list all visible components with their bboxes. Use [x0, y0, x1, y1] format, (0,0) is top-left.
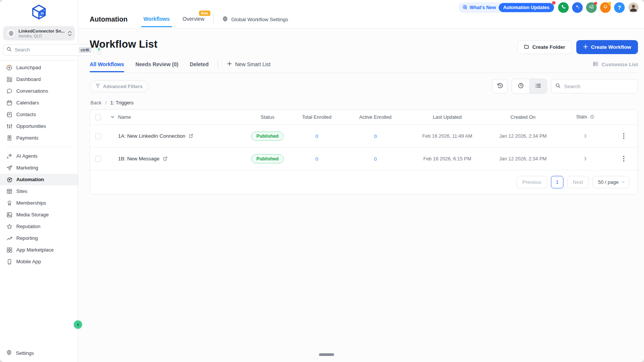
recent-view-toggle[interactable]	[512, 79, 529, 93]
search-icon	[555, 83, 561, 90]
create-folder-button[interactable]: Create Folder	[517, 40, 572, 54]
ai-sparkles-button[interactable]	[572, 2, 583, 13]
global-workflow-settings-link[interactable]: Global Workflow Settings	[222, 16, 288, 23]
automation-updates-button[interactable]: Automation Updates	[499, 3, 554, 12]
row-menu-button[interactable]	[619, 131, 628, 141]
grid-icon	[6, 247, 12, 253]
notification-red-dot	[552, 1, 555, 5]
expand-all-chevron[interactable]	[107, 115, 118, 119]
breadcrumb: Back / 1: Triggers	[90, 100, 638, 106]
sidebar-item-sites[interactable]: Sites	[0, 185, 78, 197]
funnel-icon	[95, 83, 100, 89]
row-menu-button[interactable]	[619, 154, 628, 164]
history-icon	[497, 82, 503, 90]
whats-new-group[interactable]: What's New Automation Updates	[459, 2, 555, 13]
workflow-name-link[interactable]: 1B: New Message	[118, 156, 160, 162]
list-view-toggle[interactable]	[529, 79, 547, 93]
image-icon	[6, 211, 12, 218]
stats-expand-chevron[interactable]	[561, 134, 610, 138]
page-number-button[interactable]: 1	[551, 176, 563, 188]
sidebar-item-marketing[interactable]: Marketing	[0, 162, 78, 174]
column-header-total-enrolled[interactable]: Total Enrolled	[292, 114, 341, 120]
sidebar-item-contacts[interactable]: Contacts	[0, 109, 78, 120]
sidebar-item-settings[interactable]: Settings	[0, 345, 78, 362]
sidebar-item-opportunities[interactable]: Opportunities	[0, 120, 78, 132]
pagination: Previous 1 Next 50 / page	[90, 170, 638, 194]
column-header-stats[interactable]: Stats	[561, 114, 610, 120]
advanced-filters-button[interactable]: Advanced Filters	[90, 80, 148, 92]
table-search[interactable]	[551, 79, 638, 93]
row-checkbox[interactable]	[95, 156, 101, 162]
create-workflow-button[interactable]: Create Workflow	[576, 40, 638, 54]
sidebar-search-input[interactable]	[14, 47, 76, 53]
sidebar-item-reputation[interactable]: Reputation	[0, 221, 78, 232]
gear-icon	[222, 16, 228, 23]
sidebar-item-reporting[interactable]: Reporting	[0, 232, 78, 244]
sidebar-item-calendars[interactable]: Calendars	[0, 97, 78, 109]
tab-deleted[interactable]: Deleted	[190, 62, 208, 67]
plus-icon	[227, 61, 232, 67]
sidebar-item-automation[interactable]: Automation	[0, 174, 78, 185]
tab-overview[interactable]: Overview Beta	[183, 16, 205, 23]
history-button[interactable]	[492, 79, 508, 93]
column-header-status[interactable]: Status	[243, 114, 292, 120]
sidebar-item-app-marketplace[interactable]: App Marketplace	[0, 244, 78, 256]
browser-globe-icon	[6, 188, 12, 194]
horizontal-scrollbar-thumb[interactable]	[319, 353, 334, 356]
tab-workflows[interactable]: Workflows	[143, 16, 170, 23]
receipt-icon	[6, 135, 12, 141]
sidebar-item-launchpad[interactable]: Launchpad	[0, 62, 78, 73]
sidebar-item-label: Opportunities	[16, 123, 46, 129]
customize-list-button[interactable]: Customize List	[593, 61, 638, 68]
notifications-badge-dot	[608, 2, 611, 5]
total-enrolled-link[interactable]: 0	[315, 134, 318, 139]
active-enrolled-link[interactable]: 0	[374, 134, 376, 139]
sidebar-item-dashboard[interactable]: Dashboard	[0, 73, 78, 85]
sidebar-item-ai-agents[interactable]: AI Agents	[0, 150, 78, 162]
row-checkbox[interactable]	[95, 133, 101, 139]
open-in-new-tab-icon[interactable]	[188, 134, 193, 138]
stats-expand-chevron[interactable]	[561, 156, 610, 161]
main-area: What's New Automation Updates	[78, 0, 644, 362]
sidebar-item-memberships[interactable]: Memberships	[0, 197, 78, 209]
new-smart-list-button[interactable]: New Smart List	[227, 61, 271, 67]
workflow-name-link[interactable]: 1A: New LinkedIn Connection	[118, 133, 185, 139]
tab-all-workflows[interactable]: All Workflows	[90, 62, 124, 67]
content-area: Workflow List Create Folder Create Workf…	[78, 29, 644, 362]
sidebar-item-mobile-app[interactable]: Mobile App	[0, 256, 78, 267]
select-all-checkbox[interactable]	[95, 114, 101, 120]
sidebar-item-conversations[interactable]: Conversations	[0, 85, 78, 97]
account-switcher[interactable]: LinkedConnector Sn... Hendra, QLD	[3, 26, 75, 40]
created-on-value: Jan 12 2026, 2:34 PM	[485, 156, 561, 162]
tab-needs-review[interactable]: Needs Review (0)	[135, 62, 179, 67]
column-header-name[interactable]: Name	[118, 114, 243, 120]
column-header-active-enrolled[interactable]: Active Enrolled	[341, 114, 409, 120]
top-header: What's New Automation Updates	[78, 0, 644, 29]
column-header-created-on[interactable]: Created On	[485, 114, 561, 120]
breadcrumb-back-link[interactable]: Back	[90, 100, 101, 106]
phone-button[interactable]	[558, 2, 569, 13]
page-title: Workflow List	[90, 39, 157, 50]
announcements-button[interactable]	[586, 2, 597, 13]
app-logo[interactable]: in	[0, 0, 78, 25]
column-header-last-updated[interactable]: Last Updated	[409, 114, 485, 120]
table-row[interactable]: 1A: New LinkedIn Connection Published 0 …	[90, 125, 638, 148]
total-enrolled-link[interactable]: 0	[315, 156, 318, 162]
sidebar-item-label: Payments	[16, 135, 39, 141]
calendar-icon	[6, 99, 12, 106]
notifications-button[interactable]	[600, 2, 611, 13]
help-button[interactable]: ?	[614, 2, 625, 13]
previous-page-button[interactable]: Previous	[516, 176, 547, 188]
table-row[interactable]: 1B: New Message Published 0 0 Feb 16 202…	[90, 148, 638, 170]
whats-new-link[interactable]: What's New	[462, 5, 496, 11]
sidebar-item-payments[interactable]: Payments	[0, 132, 78, 144]
next-page-button[interactable]: Next	[567, 176, 589, 188]
user-avatar[interactable]	[628, 2, 639, 13]
sidebar-item-media-storage[interactable]: Media Storage	[0, 209, 78, 221]
table-search-input[interactable]	[563, 83, 634, 90]
page-size-select[interactable]: 50 / page	[593, 176, 629, 188]
sidebar-section-divider	[6, 147, 72, 147]
sidebar-collapse-button[interactable]	[74, 320, 82, 329]
open-in-new-tab-icon[interactable]	[163, 156, 168, 161]
active-enrolled-link[interactable]: 0	[374, 156, 376, 162]
